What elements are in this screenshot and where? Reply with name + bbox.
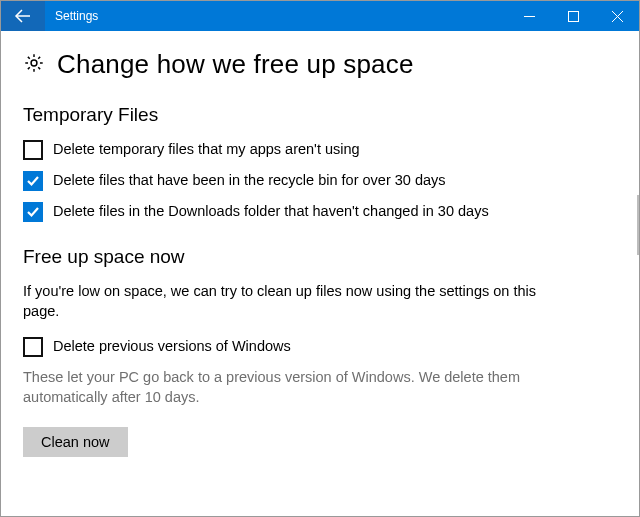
scrollbar[interactable] xyxy=(637,195,639,255)
section-heading-freeup: Free up space now xyxy=(23,246,617,268)
checkbox-label: Delete files that have been in the recyc… xyxy=(53,171,446,191)
titlebar: Settings xyxy=(1,1,639,31)
section-heading-temp: Temporary Files xyxy=(23,104,617,126)
checkbox-row-recycle-bin[interactable]: Delete files that have been in the recyc… xyxy=(23,171,583,191)
minimize-button[interactable] xyxy=(507,1,551,31)
window-title: Settings xyxy=(45,1,507,31)
checkbox-recycle-bin[interactable] xyxy=(23,171,43,191)
checkbox-downloads[interactable] xyxy=(23,202,43,222)
content-area: Change how we free up space Temporary Fi… xyxy=(1,31,639,516)
settings-window: Settings Change how we free up space xyxy=(0,0,640,517)
temporary-files-section: Temporary Files Delete temporary files t… xyxy=(23,104,617,222)
checkbox-row-prev-windows[interactable]: Delete previous versions of Windows xyxy=(23,337,583,357)
svg-point-1 xyxy=(31,60,37,66)
back-button[interactable] xyxy=(1,1,45,31)
freeup-description: If you're low on space, we can try to cl… xyxy=(23,282,563,321)
checkbox-temp-apps[interactable] xyxy=(23,140,43,160)
checkbox-row-downloads[interactable]: Delete files in the Downloads folder tha… xyxy=(23,202,583,222)
page-header: Change how we free up space xyxy=(23,49,617,80)
close-button[interactable] xyxy=(595,1,639,31)
svg-rect-0 xyxy=(568,11,578,21)
maximize-button[interactable] xyxy=(551,1,595,31)
checkbox-label: Delete previous versions of Windows xyxy=(53,337,291,357)
checkbox-prev-windows[interactable] xyxy=(23,337,43,357)
gear-icon xyxy=(23,52,45,78)
checkbox-row-temp-apps[interactable]: Delete temporary files that my apps aren… xyxy=(23,140,583,160)
clean-now-button[interactable]: Clean now xyxy=(23,427,128,457)
prev-windows-note: These let your PC go back to a previous … xyxy=(23,368,563,407)
free-up-space-section: Free up space now If you're low on space… xyxy=(23,246,617,457)
page-title: Change how we free up space xyxy=(57,49,414,80)
checkbox-label: Delete files in the Downloads folder tha… xyxy=(53,202,489,222)
checkbox-label: Delete temporary files that my apps aren… xyxy=(53,140,360,160)
window-controls xyxy=(507,1,639,31)
